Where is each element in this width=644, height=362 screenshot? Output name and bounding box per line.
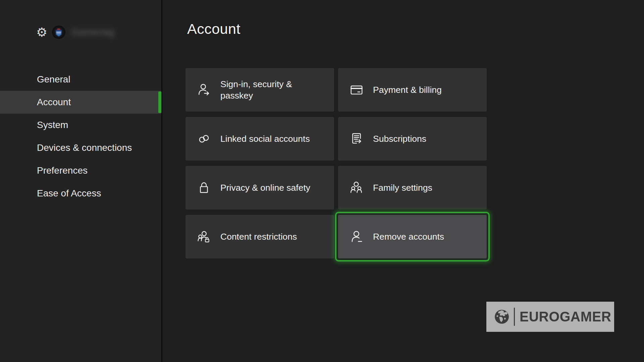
avatar[interactable] [52,25,65,39]
sidebar-item-label: Preferences [37,165,88,176]
link-icon [197,132,211,146]
document-renew-icon [350,132,364,146]
tile-label: Privacy & online safety [220,182,310,193]
sidebar-item-general[interactable]: General [0,68,161,91]
tile-subscriptions[interactable]: Subscriptions [338,117,487,161]
family-icon [350,181,364,195]
account-tile-grid: Sign-in, security & passkey Payment & bi… [185,68,487,258]
settings-gear-icon[interactable]: ⚙ [36,26,47,39]
tile-label: Payment & billing [373,84,442,96]
credit-card-icon [350,83,364,97]
settings-sidebar: ⚙ Gamertag General Account [0,0,161,362]
tile-label: Sign-in, security & passkey [220,78,321,101]
tile-sign-in-security-passkey[interactable]: Sign-in, security & passkey [185,68,334,112]
sidebar-item-label: General [37,74,70,85]
tile-label: Subscriptions [373,133,426,144]
sidebar-item-label: Ease of Access [37,188,101,199]
tile-label: Family settings [373,182,432,193]
tile-privacy-online-safety[interactable]: Privacy & online safety [185,166,334,209]
sidebar-item-devices-connections[interactable]: Devices & connections [0,136,161,159]
settings-menu: General Account System Devices & connect… [0,68,161,205]
tile-remove-accounts[interactable]: Remove accounts [338,215,487,258]
watermark-divider [514,308,515,326]
watermark-text: EUROGAMER [520,309,611,325]
page-title: Account [187,21,240,37]
sidebar-item-account[interactable]: Account [0,91,161,114]
avatar-crest-icon [53,26,64,38]
sidebar-item-label: System [37,120,68,130]
lock-icon [197,181,211,195]
sidebar-divider [161,0,162,362]
sidebar-item-label: Account [37,97,71,108]
tile-label: Content restrictions [220,231,297,242]
people-lock-icon [197,230,211,244]
selected-indicator-bar [158,92,161,113]
tile-payment-billing[interactable]: Payment & billing [338,68,487,112]
sidebar-item-preferences[interactable]: Preferences [0,159,161,182]
tile-label: Linked social accounts [220,133,310,144]
globe-europe-icon [494,308,510,326]
sidebar-item-ease-of-access[interactable]: Ease of Access [0,182,161,205]
person-arrow-icon [197,83,211,97]
tile-family-settings[interactable]: Family settings [338,166,487,209]
eurogamer-watermark: EUROGAMER [486,302,614,332]
sidebar-item-label: Devices & connections [37,142,132,153]
gamertag-redacted: Gamertag [71,27,114,38]
tile-linked-social-accounts[interactable]: Linked social accounts [185,117,334,161]
person-remove-icon [350,230,364,244]
profile-button[interactable]: ⚙ Gamertag [36,25,114,40]
sidebar-item-system[interactable]: System [0,114,161,136]
tile-content-restrictions[interactable]: Content restrictions [185,215,334,258]
tile-label: Remove accounts [373,231,444,242]
xbox-settings-screen: ⚙ Gamertag General Account [0,0,644,362]
